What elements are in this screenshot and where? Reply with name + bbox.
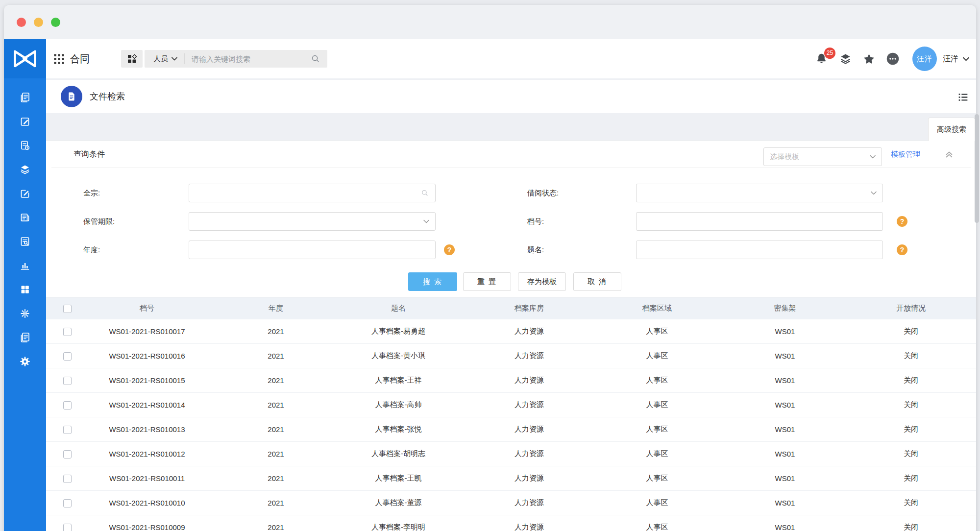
cell-room: 人力资源 (451, 368, 608, 393)
select-all-checkbox[interactable] (63, 305, 72, 313)
retention-input[interactable] (195, 217, 423, 226)
year-field[interactable] (189, 241, 436, 259)
row-checkbox[interactable] (63, 352, 72, 361)
save-template-button[interactable]: 存为模板 (518, 272, 566, 291)
page-icon (61, 86, 82, 107)
row-checkbox[interactable] (63, 328, 72, 336)
row-checkbox[interactable] (63, 450, 72, 459)
template-manage-link[interactable]: 模板管理 (891, 141, 920, 168)
table-row[interactable]: WS01-2021-RS010011 2021 人事档案-王凯 人力资源 人事区… (46, 466, 976, 491)
user-menu-chevron-icon[interactable] (963, 57, 969, 61)
cell-title: 人事档案-易勇超 (346, 319, 451, 344)
list-view-icon[interactable] (957, 91, 969, 105)
year-help-icon[interactable]: ? (444, 244, 455, 255)
chevron-down-icon (870, 155, 876, 159)
zoom-window-button[interactable] (51, 18, 60, 27)
search-button[interactable]: 搜 索 (408, 272, 457, 291)
cancel-button[interactable]: 取 消 (573, 272, 621, 291)
table-row[interactable]: WS01-2021-RS010012 2021 人事档案-胡明志 人力资源 人事… (46, 442, 976, 466)
favorites-button[interactable] (862, 52, 876, 66)
borrow-status-select[interactable] (636, 184, 883, 202)
sidebar-item-document-history[interactable] (19, 140, 31, 151)
notifications-button[interactable]: 25 (815, 52, 828, 66)
app-name[interactable]: 合同 (70, 52, 90, 66)
search-category-dropdown[interactable]: 人员 (145, 54, 184, 64)
cell-title: 人事档案-高帅 (346, 393, 451, 417)
cell-room: 人力资源 (451, 515, 608, 531)
global-search-input[interactable] (185, 55, 310, 63)
sidebar-item-layers[interactable] (19, 164, 31, 175)
row-checkbox[interactable] (63, 401, 72, 410)
query-conditions-header: 查询条件 选择模板 模板管理 (46, 141, 976, 168)
table-row[interactable]: WS01-2021-RS010014 2021 人事档案-高帅 人力资源 人事区… (46, 393, 976, 417)
notification-badge: 25 (824, 48, 835, 59)
cell-shelf: WS01 (707, 393, 863, 417)
query-conditions-title: 查询条件 (74, 149, 105, 160)
cell-status: 关闭 (863, 442, 958, 466)
scrollbar-thumb[interactable] (975, 114, 979, 223)
table-row[interactable]: WS01-2021-RS010009 2021 人事档案-李明明 人力资源 人事… (46, 515, 976, 531)
title-help-icon[interactable]: ? (897, 244, 907, 255)
sidebar-item-sign[interactable] (19, 188, 31, 199)
app-logo[interactable] (4, 39, 46, 78)
table-header-row: 档号 年度 题名 档案库房 档案区域 密集架 开放情况 (46, 297, 976, 319)
file-no-help-icon[interactable]: ? (897, 216, 907, 227)
bowtie-logo-icon (11, 48, 39, 70)
row-checkbox[interactable] (63, 499, 72, 507)
row-checkbox[interactable] (63, 475, 72, 483)
sidebar-item-news[interactable] (19, 212, 31, 223)
stacks-button[interactable] (839, 52, 852, 66)
reset-button[interactable]: 重 置 (463, 272, 511, 291)
close-window-button[interactable] (17, 18, 26, 27)
sidebar-item-documents[interactable] (19, 92, 31, 103)
user-name[interactable]: 汪洋 (943, 54, 958, 64)
row-checkbox[interactable] (63, 377, 72, 385)
sidebar-item-apps[interactable] (19, 284, 31, 295)
cell-title: 人事档案-王凯 (346, 466, 451, 491)
title-field[interactable] (636, 241, 883, 259)
year-input[interactable] (195, 246, 429, 254)
cell-code: WS01-2021-RS010014 (88, 393, 206, 417)
sidebar-item-statistics[interactable] (19, 260, 31, 271)
sidebar-item-edit[interactable] (19, 116, 31, 127)
cell-year: 2021 (206, 319, 346, 344)
cell-area: 人事区 (608, 515, 707, 531)
table-row[interactable]: WS01-2021-RS010013 2021 人事档案-张悦 人力资源 人事区… (46, 417, 976, 442)
row-checkbox[interactable] (63, 426, 72, 434)
cell-room: 人力资源 (451, 442, 608, 466)
title-input[interactable] (642, 246, 877, 254)
table-row[interactable]: WS01-2021-RS010010 2021 人事档案-董源 人力资源 人事区… (46, 491, 976, 515)
file-no-input[interactable] (642, 217, 877, 226)
cell-code: WS01-2021-RS010016 (88, 344, 206, 368)
search-icon[interactable] (310, 53, 321, 64)
collapse-panel-icon[interactable] (944, 149, 955, 161)
avatar[interactable]: 汪洋 (912, 47, 937, 71)
more-button[interactable] (886, 52, 900, 66)
row-checkbox[interactable] (63, 524, 72, 531)
retention-select[interactable] (189, 212, 436, 231)
sidebar-item-settings[interactable] (19, 356, 31, 367)
cell-year: 2021 (206, 393, 346, 417)
minimize-window-button[interactable] (34, 18, 43, 27)
apps-grid-icon[interactable] (52, 52, 66, 66)
tab-advanced-search[interactable]: 高级搜索 (928, 118, 975, 141)
table-row[interactable]: WS01-2021-RS010015 2021 人事档案-王祥 人力资源 人事区… (46, 368, 976, 393)
cell-area: 人事区 (608, 466, 707, 491)
ellipsis-icon (886, 52, 900, 66)
sidebar-item-document-search[interactable] (19, 236, 31, 247)
cell-room: 人力资源 (451, 417, 608, 442)
sidebar-item-hub[interactable] (19, 308, 31, 319)
template-select[interactable]: 选择模板 (763, 147, 882, 166)
chevron-down-icon (172, 57, 177, 61)
sidebar-item-archives[interactable] (19, 332, 31, 343)
fonds-field[interactable] (189, 184, 436, 202)
news-icon (19, 212, 31, 223)
table-row[interactable]: WS01-2021-RS010017 2021 人事档案-易勇超 人力资源 人事… (46, 319, 976, 344)
select-all-cell (46, 297, 88, 319)
cell-title: 人事档案-黄小琪 (346, 344, 451, 368)
table-row[interactable]: WS01-2021-RS010016 2021 人事档案-黄小琪 人力资源 人事… (46, 344, 976, 368)
fonds-input[interactable] (195, 189, 420, 197)
borrow-status-input[interactable] (642, 189, 871, 197)
module-picker-button[interactable] (121, 50, 143, 68)
file-no-field[interactable] (636, 212, 883, 231)
